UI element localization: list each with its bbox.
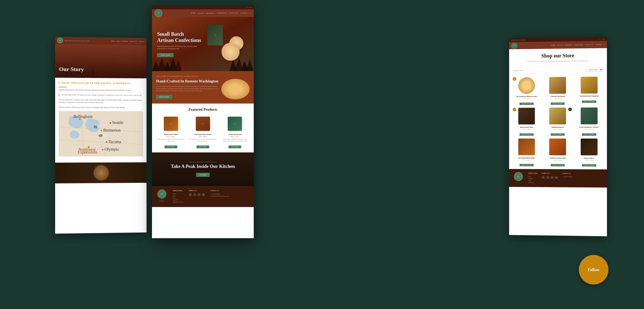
cookie-pile bbox=[221, 79, 250, 99]
right-nav-account[interactable]: ACCOUNT bbox=[595, 44, 602, 45]
shop-btn-4[interactable]: SELECT OPTIONS bbox=[551, 133, 565, 136]
left-nav-about[interactable]: ABOUT bbox=[116, 40, 121, 42]
twitter-icon[interactable]: t bbox=[193, 193, 196, 196]
left-divider bbox=[59, 87, 66, 87]
instagram-icon[interactable]: in bbox=[202, 193, 205, 196]
right-nav-about[interactable]: ABOUT ▾ bbox=[557, 44, 563, 46]
right-nav-cart[interactable]: 🛒 bbox=[603, 44, 605, 45]
left-nav-logo: NW bbox=[57, 38, 63, 43]
shop-price-3: $7.95 – $29.95 bbox=[512, 129, 541, 130]
right-panel-shop: Small Batch Artisan Confections f t y in… bbox=[509, 37, 607, 236]
center-hero-title: Small BatchArtisan Confections bbox=[157, 31, 201, 43]
right-products-grid: NEW The Northwest Monster Cookie $5.95 –… bbox=[509, 73, 607, 169]
shop-name-2: FREEDOM POP ToffeePop bbox=[574, 95, 604, 97]
center-hero-shop-btn[interactable]: SHOP NOW bbox=[157, 53, 174, 57]
facebook-icon[interactable]: f bbox=[189, 193, 192, 196]
center-nav-about[interactable]: ABOUT ▾ bbox=[198, 12, 204, 14]
left-nav-home[interactable]: HOME bbox=[111, 40, 115, 42]
right-facebook-icon[interactable]: f bbox=[542, 176, 545, 179]
right-instagram-icon[interactable]: in bbox=[555, 176, 558, 179]
left-brand-label: Small Batch Artisan Confections bbox=[64, 40, 89, 41]
svg-text:Tacoma: Tacoma bbox=[108, 140, 121, 144]
center-footer: NW NorthwestExpressions Quick Links Home… bbox=[152, 186, 254, 207]
shortbread-price: $6.95 – $14.95 bbox=[220, 136, 250, 138]
toffee-shop-btn[interactable]: SHOP NOW bbox=[165, 145, 177, 148]
center-nav: NW HOME ABOUT ▾ SHOPPING ▾ FUNDRAISERS C… bbox=[152, 9, 254, 17]
shop-btn-6[interactable]: SELECT OPTIONS bbox=[520, 164, 533, 166]
center-nav-fundraisers[interactable]: FUNDRAISERS bbox=[217, 12, 227, 14]
svg-text:Bellingham: Bellingham bbox=[73, 114, 93, 119]
brittle-shop-btn[interactable]: SHOP NOW bbox=[197, 145, 209, 148]
left-nav-bar: NW Small Batch Artisan Confections HOME … bbox=[55, 37, 147, 45]
right-filter-count: Showing all 9 results bbox=[513, 70, 523, 71]
left-story-p1: Our roots run deep. Rick's Grandma Carri… bbox=[59, 99, 143, 104]
center-nav-shopping[interactable]: SHOPPING ▾ bbox=[206, 12, 215, 14]
shop-btn-0[interactable]: SELECT OPTIONS bbox=[520, 102, 533, 105]
right-footer: NW Quick Links Home Shopping About Fundr… bbox=[509, 169, 607, 188]
right-footer-logo: NW bbox=[513, 172, 524, 184]
shop-item-8: Espress-omm'V $6.95 – $44.95 SELECT OPTI… bbox=[574, 138, 604, 167]
right-nav-links: HOME ABOUT ▾ SHOPPING ▾ FUNDRAISERS CONT… bbox=[552, 44, 605, 46]
shop-btn-8[interactable]: SELECT OPTIONS bbox=[582, 164, 596, 167]
svg-point-9 bbox=[106, 141, 107, 143]
footer-logo: NW bbox=[157, 190, 166, 199]
center-kitchen-label: Inside Northwest Expressions bbox=[171, 161, 235, 163]
shop-price-0: $5.95 – $59.95 bbox=[512, 98, 541, 100]
footer-follow: Follow Us f t y in bbox=[189, 190, 205, 203]
brittle-name: Soft Peanut Butter Brittle bbox=[188, 134, 217, 135]
shop-name-7: Northwest Espresso Bar bbox=[543, 157, 572, 159]
left-nav-account[interactable]: ACCOUNT bbox=[139, 41, 145, 42]
center-welcome-heading: Hand-Crafted In Remote Washington bbox=[156, 79, 219, 83]
youtube-icon[interactable]: y bbox=[198, 193, 201, 196]
footer-contact: Contact Us 📞 (360) 000-0000 contact@nort… bbox=[210, 190, 229, 203]
product-shortbread: NW Classic Shortbread $6.95 – $14.95 Nor… bbox=[220, 115, 250, 148]
left-nav-contact[interactable]: CONTACT US bbox=[130, 41, 137, 42]
center-nav-account[interactable]: ACCOUNT bbox=[240, 12, 248, 14]
right-sort-select[interactable]: Default Sorting bbox=[587, 68, 603, 72]
shop-img-5 bbox=[581, 108, 598, 124]
right-shop-subtitle: Hand-crafting gourmet, all-natural choco… bbox=[513, 60, 603, 63]
badge-4: ● bbox=[568, 108, 572, 111]
center-featured-title: Featured Products bbox=[156, 108, 250, 112]
center-read-more-btn[interactable]: READ MORE bbox=[156, 95, 172, 99]
brittle-img: NW bbox=[196, 117, 210, 131]
shortbread-img: NW bbox=[228, 117, 242, 131]
svg-point-7 bbox=[101, 130, 102, 131]
center-nav-cart[interactable]: 🛒 bbox=[250, 12, 251, 14]
center-featured: Featured Products NW Buttercrunch Toffee… bbox=[152, 104, 254, 152]
center-logo: NW bbox=[155, 9, 162, 17]
map-svg: Seattle Bremerton Tacoma Olympia Belling… bbox=[59, 111, 143, 156]
shortbread-shop-btn[interactable]: SHOP NOW bbox=[228, 145, 241, 148]
right-nav-fundraisers[interactable]: FUNDRAISERS bbox=[574, 44, 583, 45]
shop-img-2 bbox=[581, 76, 598, 93]
shop-price-6: $7.95 – $29.95 bbox=[512, 160, 541, 161]
shop-btn-7[interactable]: SELECT OPTIONS bbox=[551, 164, 565, 166]
left-map: Seattle Bremerton Tacoma Olympia Belling… bbox=[59, 111, 143, 157]
left-nav-shopping[interactable]: SHOPPING bbox=[122, 41, 128, 42]
follow-badge[interactable]: Follow bbox=[579, 255, 608, 285]
footer-phone: (360) 000-0000 bbox=[212, 193, 220, 195]
right-twitter-icon[interactable]: t bbox=[546, 176, 549, 179]
right-nav-contact[interactable]: CONTACT US bbox=[585, 44, 594, 45]
right-top-brand: Small Batch Artisan Confections bbox=[511, 39, 526, 41]
shop-btn-5[interactable]: SELECT OPTIONS bbox=[582, 133, 596, 136]
right-youtube-icon[interactable]: y bbox=[550, 176, 554, 179]
right-nav-home[interactable]: HOME bbox=[552, 45, 555, 46]
center-nav-contact[interactable]: CONTACT US bbox=[229, 12, 238, 14]
shop-btn-1[interactable]: SELECT OPTIONS bbox=[551, 102, 565, 105]
center-kitchen-btn[interactable]: GO INSIDE bbox=[196, 173, 210, 177]
svg-marker-30 bbox=[246, 59, 254, 71]
shop-img-4 bbox=[549, 108, 566, 124]
left-panel-story: NW Small Batch Artisan Confections HOME … bbox=[55, 37, 147, 234]
toffee-price: $7.95 – $39.95 bbox=[156, 136, 185, 138]
right-nav-shopping[interactable]: SHOPPING ▾ bbox=[564, 44, 572, 46]
footer-img-circle bbox=[93, 165, 109, 181]
center-welcome: Welcome To Northwest Expressions Hand-Cr… bbox=[152, 71, 254, 104]
shop-btn-3[interactable]: SELECT OPTIONS bbox=[520, 133, 533, 136]
svg-text:Bremerton: Bremerton bbox=[103, 128, 121, 132]
left-footer-img bbox=[55, 162, 147, 184]
center-nav-home[interactable]: HOME bbox=[191, 12, 196, 14]
badge-0: NEW bbox=[513, 77, 516, 81]
center-kitchen: Inside Northwest Expressions Take A Peak… bbox=[152, 152, 254, 186]
shop-btn-2[interactable]: SELECT OPTIONS bbox=[582, 100, 596, 103]
